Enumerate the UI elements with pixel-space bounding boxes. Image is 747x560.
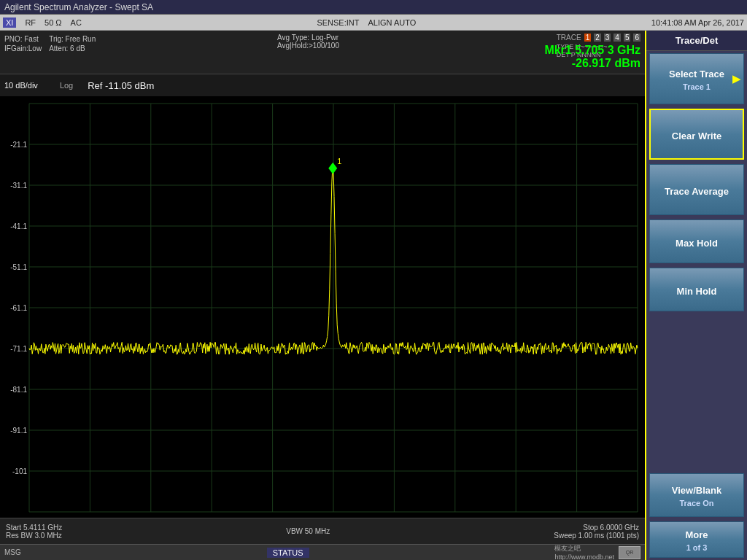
view-blank-sublabel: Trace On [679,499,713,512]
max-hold-label: Max Hold [673,232,721,252]
datetime-display: 10:41:08 AM Apr 26, 2017 [651,18,744,27]
menu-sense[interactable]: SENSE:INT [317,18,359,27]
trace-1[interactable]: 1 [584,34,592,42]
menu-ac[interactable]: AC [71,18,82,27]
avg-type-display: Avg Type: Log-Pwr Avg|Hold:>100/100 [277,34,339,50]
msg-left: MSG [4,548,21,556]
bottom-left: Start 5.4111 GHz Res BW 3.0 MHz [6,524,62,540]
spacer [646,314,747,471]
trace-3[interactable]: 3 [604,34,611,42]
menu-bar: XI RF 50 Ω AC SENSE:INT ALIGN AUTO 10:41… [0,15,747,31]
select-trace-button[interactable]: Select Trace Trace 1 ▶ [649,53,744,104]
trace-info-bar: 10 dB/div Log Ref -11.05 dBm [0,74,645,96]
arrow-right-icon: ▶ [732,73,740,85]
title-bar: Agilent Spectrum Analyzer - Swept SA [0,0,747,15]
menu-impedance[interactable]: 50 Ω [44,18,62,27]
website-text: 模友之吧http://www.modb.net [554,544,614,560]
atten-display: Atten: 6 dB [49,44,96,52]
res-bw: Res BW 3.0 MHz [6,532,62,540]
view-blank-button[interactable]: View/Blank Trace On [649,473,744,517]
scale-division: 10 dB/div [4,81,38,90]
info-bar: PNO: Fast IFGain:Low Trig: Free Run Atte… [0,31,645,74]
select-trace-sublabel: Trace 1 [683,82,711,96]
chart-container [0,96,645,518]
info-left: PNO: Fast IFGain:Low [4,35,42,52]
qr-code: QR [619,546,640,559]
spectrum-canvas [0,96,645,518]
menu-rf[interactable]: RF [25,18,36,27]
more-button[interactable]: More 1 of 3 [649,521,744,558]
trace-5[interactable]: 5 [624,34,631,42]
main-area: PNO: Fast IFGain:Low Trig: Free Run Atte… [0,31,747,560]
app-title: Agilent Spectrum Analyzer - Swept SA [4,2,153,12]
menu-xi[interactable]: XI [3,18,16,28]
marker-frequency: Mkr1 5.705 3 GHz [544,44,640,57]
ref-level: Ref -11.05 dBm [88,80,154,91]
more-label: More [682,524,711,543]
sweep-display: Sweep 1.00 ms (1001 pts) [554,532,639,540]
info-center: Trig: Free Run Atten: 6 dB [49,35,96,52]
more-sublabel: 1 of 3 [686,543,708,556]
panel-title: Trace/Det [646,31,747,51]
trace-label: TRACE [557,34,581,42]
trace-average-button[interactable]: Trace Average [649,164,744,215]
marker-level: -26.917 dBm [544,57,640,70]
logo-area: 模友之吧http://www.modb.net QR [554,544,640,560]
trace-average-label: Trace Average [662,180,732,200]
bottom-bar: Start 5.4111 GHz Res BW 3.0 MHz VBW 50 M… [0,518,645,544]
trig-display: Trig: Free Run [49,35,96,43]
stop-freq: Stop 6.0000 GHz [554,524,639,532]
min-hold-button[interactable]: Min Hold [649,268,744,311]
bottom-center: VBW 50 MHz [286,527,330,535]
msg-bar: MSG STATUS 模友之吧http://www.modb.net QR [0,544,645,560]
menu-align[interactable]: ALIGN AUTO [368,18,416,27]
view-blank-label: View/Blank [669,479,724,499]
ifgain-display: IFGain:Low [4,44,42,52]
trace-4[interactable]: 4 [614,34,621,42]
clear-write-label: Clear Write [669,125,724,144]
right-panel: Trace/Det Select Trace Trace 1 ▶ Clear W… [645,31,747,560]
pno-display: PNO: Fast [4,35,42,43]
clear-write-button[interactable]: Clear Write [649,109,744,160]
instrument-display: PNO: Fast IFGain:Low Trig: Free Run Atte… [0,31,645,560]
marker-readout: Mkr1 5.705 3 GHz -26.917 dBm [544,44,640,70]
msg-center-area: STATUS [267,548,309,558]
trace-6[interactable]: 6 [633,34,640,42]
max-hold-button[interactable]: Max Hold [649,219,744,263]
status-display: STATUS [267,548,309,558]
vbw-display: VBW 50 MHz [286,527,330,535]
min-hold-label: Min Hold [674,280,720,300]
log-mode: Log [60,81,73,90]
select-trace-label: Select Trace [666,63,727,82]
bottom-right: Stop 6.0000 GHz Sweep 1.00 ms (1001 pts) [554,524,639,540]
start-freq: Start 5.4111 GHz [6,524,62,532]
trace-2[interactable]: 2 [594,34,601,42]
